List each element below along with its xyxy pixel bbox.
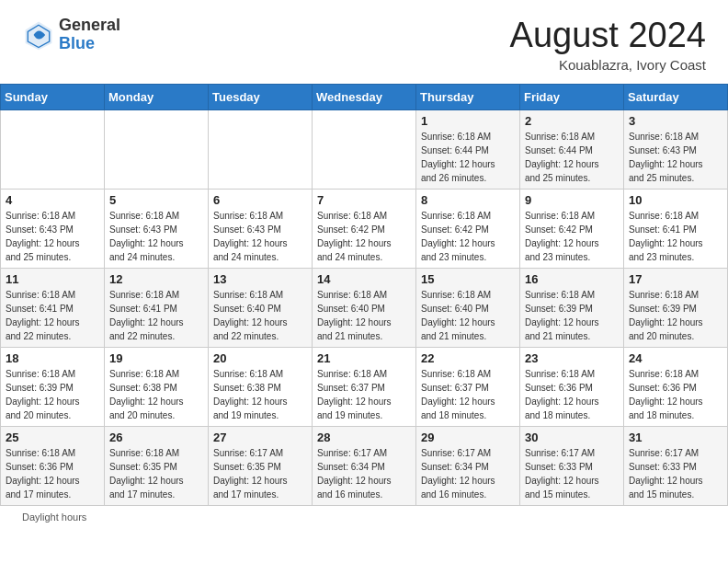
- day-info: Sunrise: 6:18 AM Sunset: 6:40 PM Dayligh…: [421, 288, 515, 343]
- day-info: Sunrise: 6:18 AM Sunset: 6:42 PM Dayligh…: [421, 209, 515, 264]
- calendar-cell: 22Sunrise: 6:18 AM Sunset: 6:37 PM Dayli…: [416, 347, 520, 426]
- day-number: 6: [213, 193, 307, 207]
- calendar-header-sunday: Sunday: [1, 84, 105, 109]
- day-number: 23: [525, 351, 619, 365]
- calendar-header-row: SundayMondayTuesdayWednesdayThursdayFrid…: [1, 84, 728, 109]
- day-info: Sunrise: 6:18 AM Sunset: 6:36 PM Dayligh…: [525, 367, 619, 422]
- calendar-cell: 8Sunrise: 6:18 AM Sunset: 6:42 PM Daylig…: [416, 189, 520, 268]
- day-number: 2: [525, 114, 619, 128]
- calendar-header-friday: Friday: [520, 84, 624, 109]
- calendar-header-saturday: Saturday: [624, 84, 728, 109]
- calendar-week-5: 25Sunrise: 6:18 AM Sunset: 6:36 PM Dayli…: [1, 426, 728, 505]
- day-info: Sunrise: 6:18 AM Sunset: 6:38 PM Dayligh…: [109, 367, 203, 422]
- title-block: August 2024 Kouablazra, Ivory Coast: [510, 17, 706, 73]
- day-info: Sunrise: 6:18 AM Sunset: 6:36 PM Dayligh…: [6, 446, 99, 501]
- calendar-cell: 25Sunrise: 6:18 AM Sunset: 6:36 PM Dayli…: [1, 426, 105, 505]
- day-number: 17: [629, 272, 722, 286]
- day-number: 1: [421, 114, 515, 128]
- day-info: Sunrise: 6:17 AM Sunset: 6:35 PM Dayligh…: [213, 446, 307, 501]
- calendar-cell: 27Sunrise: 6:17 AM Sunset: 6:35 PM Dayli…: [209, 426, 313, 505]
- day-number: 29: [421, 431, 515, 444]
- calendar-cell: 3Sunrise: 6:18 AM Sunset: 6:43 PM Daylig…: [624, 109, 728, 189]
- day-info: Sunrise: 6:18 AM Sunset: 6:37 PM Dayligh…: [421, 367, 515, 422]
- day-info: Sunrise: 6:18 AM Sunset: 6:43 PM Dayligh…: [629, 130, 722, 185]
- calendar-cell: [209, 109, 313, 189]
- day-info: Sunrise: 6:18 AM Sunset: 6:43 PM Dayligh…: [109, 209, 203, 264]
- calendar-cell: 7Sunrise: 6:18 AM Sunset: 6:42 PM Daylig…: [313, 189, 416, 268]
- calendar-cell: [1, 109, 105, 189]
- day-info: Sunrise: 6:18 AM Sunset: 6:41 PM Dayligh…: [6, 288, 99, 343]
- day-info: Sunrise: 6:18 AM Sunset: 6:41 PM Dayligh…: [109, 288, 203, 343]
- day-info: Sunrise: 6:18 AM Sunset: 6:38 PM Dayligh…: [213, 367, 307, 422]
- day-info: Sunrise: 6:18 AM Sunset: 6:39 PM Dayligh…: [6, 367, 99, 422]
- calendar-header-wednesday: Wednesday: [313, 84, 416, 109]
- calendar-subtitle: Kouablazra, Ivory Coast: [510, 57, 706, 73]
- calendar-cell: 26Sunrise: 6:18 AM Sunset: 6:35 PM Dayli…: [105, 426, 209, 505]
- calendar-cell: 15Sunrise: 6:18 AM Sunset: 6:40 PM Dayli…: [416, 268, 520, 347]
- day-number: 14: [317, 272, 411, 286]
- day-info: Sunrise: 6:18 AM Sunset: 6:39 PM Dayligh…: [629, 288, 722, 343]
- day-number: 4: [6, 193, 99, 207]
- calendar-cell: 18Sunrise: 6:18 AM Sunset: 6:39 PM Dayli…: [1, 347, 105, 426]
- day-number: 3: [629, 114, 722, 128]
- day-number: 31: [629, 431, 722, 444]
- calendar-header-thursday: Thursday: [416, 84, 520, 109]
- calendar-cell: [313, 109, 416, 189]
- day-number: 8: [421, 193, 515, 207]
- day-number: 21: [317, 351, 411, 365]
- calendar-cell: 5Sunrise: 6:18 AM Sunset: 6:43 PM Daylig…: [105, 189, 209, 268]
- calendar-title: August 2024: [510, 17, 706, 55]
- calendar-cell: 29Sunrise: 6:17 AM Sunset: 6:34 PM Dayli…: [416, 426, 520, 505]
- calendar-cell: 16Sunrise: 6:18 AM Sunset: 6:39 PM Dayli…: [520, 268, 624, 347]
- calendar-cell: 20Sunrise: 6:18 AM Sunset: 6:38 PM Dayli…: [209, 347, 313, 426]
- day-info: Sunrise: 6:17 AM Sunset: 6:34 PM Dayligh…: [317, 446, 411, 501]
- day-number: 27: [213, 431, 307, 444]
- day-number: 12: [109, 272, 203, 286]
- day-info: Sunrise: 6:18 AM Sunset: 6:40 PM Dayligh…: [317, 288, 411, 343]
- day-number: 28: [317, 431, 411, 444]
- day-number: 26: [109, 431, 203, 444]
- day-info: Sunrise: 6:18 AM Sunset: 6:39 PM Dayligh…: [525, 288, 619, 343]
- day-number: 10: [629, 193, 722, 207]
- day-number: 9: [525, 193, 619, 207]
- calendar-cell: 6Sunrise: 6:18 AM Sunset: 6:43 PM Daylig…: [209, 189, 313, 268]
- logo-icon: [22, 18, 55, 52]
- day-info: Sunrise: 6:18 AM Sunset: 6:43 PM Dayligh…: [213, 209, 307, 264]
- day-number: 24: [629, 351, 722, 365]
- day-info: Sunrise: 6:18 AM Sunset: 6:41 PM Dayligh…: [629, 209, 722, 264]
- calendar-cell: 28Sunrise: 6:17 AM Sunset: 6:34 PM Dayli…: [313, 426, 416, 505]
- logo-general: General: [59, 17, 120, 35]
- page-header: General Blue August 2024 Kouablazra, Ivo…: [0, 0, 728, 80]
- day-number: 5: [109, 193, 203, 207]
- footer-note-text: Daylight hours: [22, 511, 86, 523]
- calendar-cell: 4Sunrise: 6:18 AM Sunset: 6:43 PM Daylig…: [1, 189, 105, 268]
- day-info: Sunrise: 6:18 AM Sunset: 6:42 PM Dayligh…: [317, 209, 411, 264]
- calendar-cell: 9Sunrise: 6:18 AM Sunset: 6:42 PM Daylig…: [520, 189, 624, 268]
- calendar-cell: [105, 109, 209, 189]
- calendar-week-4: 18Sunrise: 6:18 AM Sunset: 6:39 PM Dayli…: [1, 347, 728, 426]
- day-number: 19: [109, 351, 203, 365]
- day-info: Sunrise: 6:17 AM Sunset: 6:33 PM Dayligh…: [629, 446, 722, 501]
- calendar-cell: 23Sunrise: 6:18 AM Sunset: 6:36 PM Dayli…: [520, 347, 624, 426]
- calendar-cell: 19Sunrise: 6:18 AM Sunset: 6:38 PM Dayli…: [105, 347, 209, 426]
- calendar-cell: 21Sunrise: 6:18 AM Sunset: 6:37 PM Dayli…: [313, 347, 416, 426]
- calendar-cell: 17Sunrise: 6:18 AM Sunset: 6:39 PM Dayli…: [624, 268, 728, 347]
- day-info: Sunrise: 6:18 AM Sunset: 6:37 PM Dayligh…: [317, 367, 411, 422]
- day-number: 7: [317, 193, 411, 207]
- day-number: 22: [421, 351, 515, 365]
- day-number: 13: [213, 272, 307, 286]
- day-info: Sunrise: 6:18 AM Sunset: 6:44 PM Dayligh…: [525, 130, 619, 185]
- day-info: Sunrise: 6:18 AM Sunset: 6:42 PM Dayligh…: [525, 209, 619, 264]
- day-number: 16: [525, 272, 619, 286]
- calendar-cell: 10Sunrise: 6:18 AM Sunset: 6:41 PM Dayli…: [624, 189, 728, 268]
- day-info: Sunrise: 6:18 AM Sunset: 6:40 PM Dayligh…: [213, 288, 307, 343]
- calendar-cell: 2Sunrise: 6:18 AM Sunset: 6:44 PM Daylig…: [520, 109, 624, 189]
- calendar-cell: 11Sunrise: 6:18 AM Sunset: 6:41 PM Dayli…: [1, 268, 105, 347]
- calendar-table: SundayMondayTuesdayWednesdayThursdayFrid…: [0, 84, 728, 506]
- calendar-cell: 14Sunrise: 6:18 AM Sunset: 6:40 PM Dayli…: [313, 268, 416, 347]
- calendar-week-3: 11Sunrise: 6:18 AM Sunset: 6:41 PM Dayli…: [1, 268, 728, 347]
- day-info: Sunrise: 6:18 AM Sunset: 6:36 PM Dayligh…: [629, 367, 722, 422]
- logo-text: General Blue: [59, 17, 120, 53]
- calendar-cell: 30Sunrise: 6:17 AM Sunset: 6:33 PM Dayli…: [520, 426, 624, 505]
- calendar-header-monday: Monday: [105, 84, 209, 109]
